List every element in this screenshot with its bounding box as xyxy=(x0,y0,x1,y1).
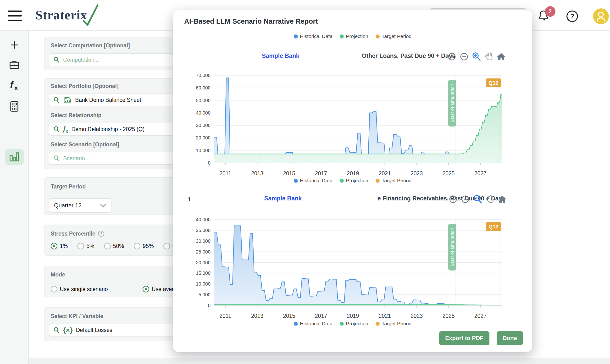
home-icon[interactable] xyxy=(497,194,507,204)
chart2: 05,00010,00015,00020,00025,00030,00035,0… xyxy=(173,215,532,321)
svg-text:2019: 2019 xyxy=(347,170,359,177)
relationship-value: Demo Relationship - 2025 (Q) xyxy=(72,126,145,132)
target-period-value: Quarter 12 xyxy=(54,202,82,209)
svg-text:15,000: 15,000 xyxy=(196,271,210,276)
svg-text:f: f xyxy=(10,80,14,90)
stress-option-1[interactable]: 1% xyxy=(51,243,68,249)
bottom-strip xyxy=(0,358,610,364)
zoom-out-icon[interactable] xyxy=(459,52,469,62)
help-icon[interactable]: ? xyxy=(566,10,578,23)
svg-text:20,000: 20,000 xyxy=(196,135,210,140)
svg-text:x: x xyxy=(14,84,18,91)
stress-option-95[interactable]: 95% xyxy=(134,243,154,249)
svg-text:2025: 2025 xyxy=(442,170,455,177)
search-icon xyxy=(53,126,60,132)
svg-text:50,000: 50,000 xyxy=(196,98,210,103)
chart2-bank-link[interactable]: Sample Bank xyxy=(245,195,321,202)
zoom-select-icon[interactable] xyxy=(471,52,482,62)
home-icon[interactable] xyxy=(496,52,506,62)
sidebar-item-new[interactable] xyxy=(0,40,29,50)
legend-item[interactable]: Historical Data xyxy=(294,321,333,326)
stress-option-50[interactable]: 50% xyxy=(104,243,124,249)
svg-text:30,000: 30,000 xyxy=(196,123,210,128)
portfolio-title: Select Portfolio [Optional] xyxy=(51,83,119,90)
svg-text:40,000: 40,000 xyxy=(196,110,210,116)
svg-text:?: ? xyxy=(100,232,102,236)
pan-icon[interactable] xyxy=(484,52,494,62)
pan-icon[interactable] xyxy=(485,194,495,204)
svg-text:40,000: 40,000 xyxy=(196,217,210,222)
zoom-in-icon[interactable] xyxy=(447,52,457,62)
search-icon xyxy=(53,327,60,333)
chart1-legend-bottom: Historical DataProjectionTarget Period xyxy=(173,178,532,183)
portfolio-value: Bank Demo Balance Sheet xyxy=(75,97,141,103)
done-button[interactable]: Done xyxy=(497,331,523,345)
stress-percentile-title: Stress Percentile ? xyxy=(51,230,104,237)
svg-text:2019: 2019 xyxy=(347,313,359,319)
legend-item[interactable]: Historical Data xyxy=(294,34,333,39)
help-circle-icon[interactable]: ? xyxy=(98,230,104,237)
legend-item[interactable]: Historical Data xyxy=(294,178,333,183)
svg-text:0: 0 xyxy=(208,303,210,308)
svg-text:2021: 2021 xyxy=(379,313,391,319)
avatar[interactable] xyxy=(593,8,609,24)
brand-logo[interactable]: Straterix xyxy=(35,8,87,23)
menu-icon[interactable] xyxy=(8,11,22,21)
legend-item[interactable]: Projection xyxy=(340,178,368,183)
svg-text:2021: 2021 xyxy=(379,170,391,177)
partial-row-label: 1 xyxy=(188,196,191,203)
legend-item[interactable]: Target Period xyxy=(376,321,412,326)
svg-text:2015: 2015 xyxy=(283,313,295,319)
notification-badge: 2 xyxy=(545,6,556,17)
legend-item[interactable]: Target Period xyxy=(376,178,412,183)
svg-text:2017: 2017 xyxy=(315,170,327,177)
zoom-out-icon[interactable] xyxy=(460,194,470,204)
chart1-sim-pill: Start of simulation xyxy=(448,80,456,127)
svg-text:2017: 2017 xyxy=(315,313,327,319)
search-icon xyxy=(53,97,60,103)
svg-text:2023: 2023 xyxy=(411,170,423,177)
svg-text:?: ? xyxy=(570,13,574,20)
stress-options: 1%5%50%95%99% xyxy=(51,243,183,249)
report-modal: AI-Based LLM Scenario Narrative Report H… xyxy=(173,10,532,352)
zoom-select-icon[interactable] xyxy=(472,194,483,205)
variable-icon: {✕} xyxy=(63,326,73,334)
chart1-legend-top: Historical DataProjectionTarget Period xyxy=(173,34,532,39)
target-period-title: Target Period xyxy=(51,183,86,190)
svg-text:5,000: 5,000 xyxy=(198,292,210,297)
chart1: 010,00020,00030,00040,00050,00060,00070,… xyxy=(173,72,532,179)
legend-item[interactable]: Target Period xyxy=(376,34,412,39)
legend-item[interactable]: Projection xyxy=(340,34,368,39)
legend-item[interactable]: Projection xyxy=(340,321,368,326)
svg-text:20,000: 20,000 xyxy=(196,260,210,265)
sidebar-item-functions[interactable]: f x xyxy=(0,80,29,91)
svg-text:10,000: 10,000 xyxy=(196,281,210,286)
chart2-sim-pill: Start of simulation xyxy=(448,224,456,271)
sidebar: f x xyxy=(0,31,29,364)
sidebar-item-charts[interactable] xyxy=(5,149,24,165)
search-icon xyxy=(53,155,60,162)
computation-title: Select Computation [Optional] xyxy=(51,42,130,49)
export-pdf-button[interactable]: Export to PDF xyxy=(439,331,489,345)
svg-text:60,000: 60,000 xyxy=(196,85,210,91)
logo-check-icon xyxy=(80,3,102,28)
svg-text:2013: 2013 xyxy=(251,313,263,319)
sidebar-item-portfolio[interactable] xyxy=(0,60,29,70)
chart1-target-badge: Q12 xyxy=(486,78,501,87)
scenario-placeholder: Scenario... xyxy=(63,155,90,162)
svg-text:2023: 2023 xyxy=(411,313,423,319)
chart1-modebar xyxy=(447,52,506,62)
svg-text:2027: 2027 xyxy=(474,313,487,319)
stress-option-5[interactable]: 5% xyxy=(77,243,94,249)
zoom-in-icon[interactable] xyxy=(448,194,458,204)
modal-title: AI-Based LLM Scenario Narrative Report xyxy=(184,17,318,25)
svg-text:70,000: 70,000 xyxy=(196,73,210,78)
chart1-bank-link[interactable]: Sample Bank xyxy=(242,52,319,59)
portfolio-chart-icon xyxy=(63,96,72,104)
sidebar-item-calculator[interactable] xyxy=(0,101,29,112)
kpi-value: Default Losses xyxy=(76,327,112,333)
target-period-select[interactable]: Quarter 12 xyxy=(49,198,111,213)
svg-text:2025: 2025 xyxy=(442,313,455,319)
svg-text:2011: 2011 xyxy=(219,313,231,319)
mode-option-single[interactable]: Use single scenario xyxy=(51,286,108,292)
